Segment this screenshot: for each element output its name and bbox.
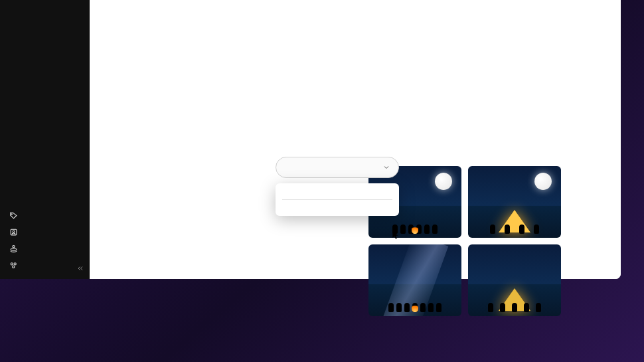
sidebar-section-shared: [0, 199, 90, 207]
model-select-wrapper: [276, 157, 399, 178]
svg-point-5: [14, 263, 16, 265]
sidebar-item-personas[interactable]: [0, 224, 90, 240]
generated-image[interactable]: [368, 244, 461, 316]
chevron-double-left-icon: [76, 264, 84, 272]
tag-icon: [9, 211, 18, 220]
svg-point-4: [11, 263, 13, 265]
chevron-down-icon: [382, 163, 390, 171]
sidebar-item-custom-models[interactable]: [0, 240, 90, 257]
cursor-icon: [391, 231, 400, 243]
sidebar: [0, 0, 90, 279]
persona-icon: [9, 228, 18, 236]
model-dropdown: [276, 183, 399, 216]
dropdown-section-custom: [281, 190, 394, 195]
products-icon: [9, 261, 18, 270]
dropdown-divider: [282, 199, 392, 200]
layers-icon: [9, 244, 18, 253]
svg-point-0: [11, 214, 12, 215]
svg-point-6: [13, 266, 15, 268]
svg-point-3: [13, 246, 15, 248]
generated-image[interactable]: [468, 244, 561, 316]
model-select[interactable]: [276, 157, 399, 178]
sidebar-item-brands[interactable]: [0, 207, 90, 224]
generated-image[interactable]: [468, 166, 561, 238]
sidebar-collapse-button[interactable]: [76, 263, 84, 275]
dropdown-section-default: [281, 204, 394, 209]
svg-point-2: [13, 230, 15, 232]
